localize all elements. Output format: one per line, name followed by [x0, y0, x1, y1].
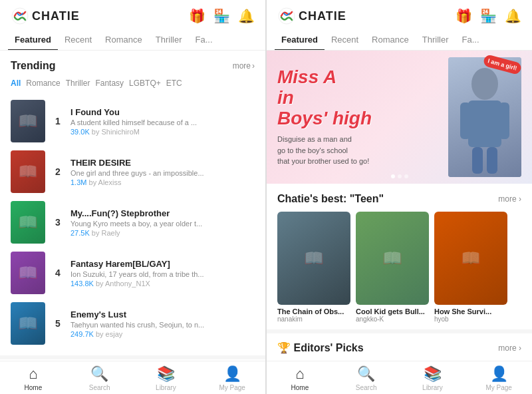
editors-picks-more[interactable]: more ›	[498, 343, 521, 353]
mypage-icon-right: 👤	[490, 365, 508, 383]
bell-icon-right[interactable]: 🔔	[505, 8, 521, 24]
home-icon-right: ⌂	[295, 365, 304, 383]
tab-fa-right[interactable]: Fa...	[455, 29, 485, 50]
chaties-best-thumb-3: 📖	[434, 212, 507, 305]
trending-thumb-3: 📖	[11, 201, 45, 244]
chaties-best-book-title-1: The Chain of Obs...	[277, 307, 350, 315]
bottom-nav-home-right[interactable]: ⌂ Home	[267, 365, 333, 391]
trending-info-5: Enemy's Lust Taehyun wanted his crush, S…	[70, 309, 255, 338]
filter-lgbtq[interactable]: LGBTQ+	[129, 79, 161, 88]
chaties-best-book-author-3: hyob	[434, 315, 507, 323]
trending-item-4[interactable]: 📖 4 Fantasy Harem[BL/GAY] Ion Suzuki, 17…	[11, 248, 255, 298]
chatie-logo-icon	[11, 7, 29, 25]
mypage-label-left: My Page	[219, 384, 245, 391]
right-bottom-nav: ⌂ Home 🔍 Search 📚 Library 👤 My Page	[267, 361, 532, 394]
trending-info-2: THEIR DESIRE One girl and three guys - a…	[70, 158, 255, 186]
hero-dot-2	[398, 174, 402, 178]
hero-main-title: Miss AinBoys' high	[277, 67, 448, 128]
library-label-right: Library	[422, 384, 443, 391]
trending-info-4: Fantasy Harem[BL/GAY] Ion Suzuki, 17 yea…	[70, 259, 255, 288]
trending-meta-5: 249.7K by esjay	[70, 330, 255, 338]
tab-recent-left[interactable]: Recent	[58, 29, 98, 50]
trending-item-3[interactable]: 📖 3 My....Fun(?) Stepbrother Young Kyro …	[11, 197, 255, 248]
tab-featured-right[interactable]: Featured	[275, 29, 325, 50]
chaties-best-section: Chatie's best: "Teen" more › 📖 The Chain…	[267, 184, 532, 329]
store-icon-right[interactable]: 🏪	[480, 8, 497, 24]
trending-rank-5: 5	[52, 318, 64, 329]
trending-rank-2: 2	[52, 166, 64, 177]
tab-recent-right[interactable]: Recent	[325, 29, 365, 50]
hero-banner[interactable]: Miss AinBoys' high Disguise as a man and…	[267, 51, 532, 184]
gift-icon-left[interactable]: 🎁	[189, 8, 205, 24]
right-logo-text: CHATIE	[299, 9, 346, 23]
tab-thriller-right[interactable]: Thriller	[416, 29, 456, 50]
mypage-icon-left: 👤	[223, 365, 241, 383]
chaties-best-book-3[interactable]: 📖 How She Survi... hyob	[434, 212, 507, 323]
bottom-nav-library-left[interactable]: 📚 Library	[133, 365, 200, 391]
hero-subtitle: Disguise as a man andgo to the boy's sch…	[277, 134, 448, 167]
trending-more[interactable]: more ›	[233, 61, 255, 71]
tab-romance-left[interactable]: Romance	[98, 29, 149, 50]
bottom-nav-home-left[interactable]: ⌂ Home	[0, 365, 66, 391]
svg-rect-7	[487, 147, 497, 174]
svg-point-2	[471, 68, 498, 100]
trending-title-1: I Found You	[70, 107, 255, 117]
trending-desc-2: One girl and three guys - an impossible.…	[70, 169, 255, 177]
hero-dot-3	[404, 174, 408, 178]
right-panel-content: Miss AinBoys' high Disguise as a man and…	[267, 51, 532, 361]
gift-icon-right[interactable]: 🎁	[456, 8, 472, 24]
trending-item-1[interactable]: 📖 1 I Found You A student killed himself…	[11, 96, 255, 146]
chaties-best-book-2[interactable]: 📖 Cool Kid gets Bull... angkko-K	[356, 212, 429, 323]
svg-rect-5	[499, 102, 509, 139]
right-nav-tabs: Featured Recent Romance Thriller Fa...	[267, 29, 532, 51]
bottom-nav-search-right[interactable]: 🔍 Search	[333, 365, 400, 391]
library-label-left: Library	[156, 384, 176, 391]
left-bottom-nav: ⌂ Home 🔍 Search 📚 Library 👤 My Page	[0, 361, 265, 394]
bottom-nav-mypage-left[interactable]: 👤 My Page	[199, 365, 265, 391]
left-panel-content: Trending more › All Romance Thriller Fan…	[0, 51, 265, 361]
editors-picks-title: 🏆 Editors' Picks	[277, 341, 364, 354]
filter-romance[interactable]: Romance	[26, 79, 60, 88]
trending-item-2[interactable]: 📖 2 THEIR DESIRE One girl and three guys…	[11, 146, 255, 197]
tab-thriller-left[interactable]: Thriller	[149, 29, 189, 50]
hero-person	[448, 57, 521, 177]
trending-item-5[interactable]: 📖 5 Enemy's Lust Taehyun wanted his crus…	[11, 298, 255, 349]
svg-rect-4	[460, 102, 471, 139]
tab-romance-right[interactable]: Romance	[365, 29, 416, 50]
chaties-best-header: Chatie's best: "Teen" more ›	[277, 193, 521, 205]
filter-tags: All Romance Thriller Fantasy LGBTQ+ ETC	[11, 79, 255, 88]
trending-title-5: Enemy's Lust	[70, 309, 255, 319]
filter-all[interactable]: All	[11, 79, 21, 88]
chaties-best-book-1[interactable]: 📖 The Chain of Obs... nanakim	[277, 212, 350, 323]
filter-fantasy[interactable]: Fantasy	[95, 79, 124, 88]
home-label-left: Home	[25, 384, 43, 391]
trending-desc-3: Young Kyro meets a boy, a year older t..…	[70, 220, 255, 228]
store-icon-left[interactable]: 🏪	[213, 8, 230, 24]
tab-fantasy-left[interactable]: Fa...	[188, 29, 219, 50]
chaties-best-more[interactable]: more ›	[498, 194, 521, 204]
bottom-nav-search-left[interactable]: 🔍 Search	[66, 365, 133, 391]
right-logo: CHATIE	[277, 7, 346, 25]
bottom-nav-mypage-right[interactable]: 👤 My Page	[466, 365, 532, 391]
trending-info-3: My....Fun(?) Stepbrother Young Kyro meet…	[70, 208, 255, 237]
search-icon-right: 🔍	[357, 365, 375, 383]
chaties-best-thumb-1: 📖	[277, 212, 350, 305]
filter-thriller[interactable]: Thriller	[66, 79, 90, 88]
trending-desc-5: Taehyun wanted his crush, Seojun, to n..…	[70, 321, 255, 329]
chatie-logo-icon-right	[277, 7, 296, 25]
hero-image	[448, 57, 521, 177]
home-label-right: Home	[291, 384, 309, 391]
bottom-nav-library-right[interactable]: 📚 Library	[400, 365, 466, 391]
filter-etc[interactable]: ETC	[166, 79, 182, 88]
trending-header: Trending more ›	[11, 60, 255, 72]
trending-thumb-2: 📖	[11, 150, 45, 193]
mypage-label-right: My Page	[485, 384, 511, 391]
trending-desc-1: A student killed himself because of a ..…	[70, 118, 255, 126]
trending-meta-1: 39.0K by ShinichiroM	[70, 128, 255, 136]
badboy-section: "Badboy" for your taste! more › 📖 📖 📖 ✏️	[0, 355, 265, 361]
tab-featured-left[interactable]: Featured	[8, 29, 58, 50]
chaties-best-book-author-1: nanakim	[277, 315, 350, 323]
trending-meta-3: 27.5K by Raely	[70, 229, 255, 237]
bell-icon-left[interactable]: 🔔	[238, 8, 255, 24]
chaties-best-book-title-2: Cool Kid gets Bull...	[356, 307, 429, 315]
